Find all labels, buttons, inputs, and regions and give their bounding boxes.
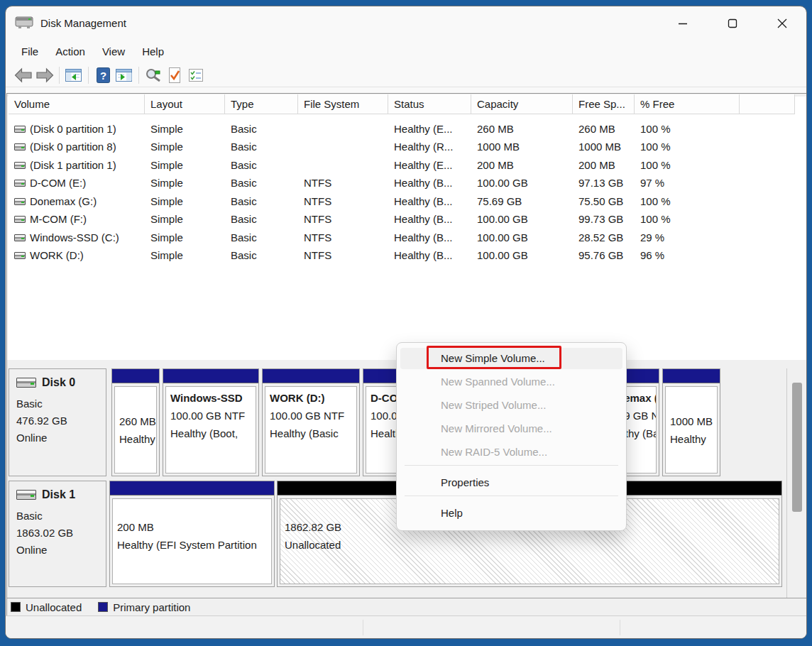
volume-icon (14, 180, 26, 187)
legend-swatch-unallocated (11, 602, 21, 612)
cell-layout: Simple (145, 174, 225, 192)
minimize-button[interactable] (666, 6, 699, 40)
partition-windows-ssd-c[interactable]: Windows-SSD 100.00 GB NTF Healthy (Boot, (163, 368, 259, 476)
cell-volume: Donemax (G:) (30, 192, 97, 210)
cell-capacity: 260 MB (471, 120, 573, 138)
partition-color-band (110, 481, 274, 496)
col-header-status[interactable]: Status (388, 94, 471, 114)
col-header-free-space[interactable]: Free Sp... (573, 94, 635, 114)
menu-item-new-spanned-volume: New Spanned Volume... (400, 371, 622, 393)
cell-layout: Simple (145, 246, 225, 264)
cell-volume: Windows-SSD (C:) (30, 229, 119, 246)
cell-pct-free: 100 % (635, 156, 740, 174)
vertical-scrollbar[interactable] (786, 368, 804, 601)
menu-view[interactable]: View (94, 43, 133, 61)
cell-type: Basic (225, 210, 298, 228)
legend-label-unallocated: Unallocated (26, 601, 82, 613)
partition-color-band (112, 369, 159, 383)
col-header-layout[interactable]: Layout (145, 94, 225, 114)
table-row[interactable]: M-COM (F:) Simple Basic NTFS Healthy (B.… (7, 210, 806, 228)
menu-item-new-striped-volume: New Striped Volume... (400, 395, 622, 416)
menu-help[interactable]: Help (133, 43, 172, 61)
col-header-file-system[interactable]: File System (298, 94, 388, 114)
volume-icon (14, 216, 26, 223)
partition-size: 1000 MB (670, 412, 713, 430)
partition-label: Windows-SSD (170, 389, 251, 407)
table-row[interactable]: D-COM (E:) Simple Basic NTFS Healthy (B.… (7, 174, 806, 192)
legend-label-primary-partition: Primary partition (113, 601, 190, 613)
cell-volume: (Disk 0 partition 8) (30, 138, 116, 155)
scrollbar-thumb[interactable] (792, 383, 802, 512)
cell-status: Healthy (B... (388, 174, 471, 192)
partition-status: Healthy (Boot, (170, 425, 251, 442)
disk-kind: Basic (16, 508, 106, 525)
menu-separator (405, 496, 618, 496)
cell-volume: WORK (D:) (30, 246, 84, 264)
cell-status: Healthy (E... (388, 156, 471, 174)
menu-item-help[interactable]: Help (400, 503, 622, 524)
device-scan-icon[interactable] (143, 65, 164, 85)
partition-work-d[interactable]: WORK (D:) 100.00 GB NTF Healthy (Basic (262, 368, 360, 476)
table-row[interactable]: WORK (D:) Simple Basic NTFS Healthy (B..… (7, 246, 806, 264)
context-menu: New Simple Volume... New Spanned Volume.… (396, 342, 627, 531)
cell-volume: (Disk 1 partition 1) (30, 156, 116, 174)
disk-state: Online (16, 429, 106, 447)
partition-status: Healthy ( (119, 430, 152, 448)
col-header-blank[interactable] (740, 94, 795, 114)
cell-pct-free: 100 % (635, 138, 740, 155)
col-header-pct-free[interactable]: % Free (635, 94, 740, 114)
cell-type: Basic (225, 246, 298, 264)
cell-pct-free: 100 % (635, 192, 740, 210)
disk-name: Disk 0 (42, 376, 75, 389)
cell-capacity: 100.00 GB (471, 246, 573, 264)
cell-volume: (Disk 0 partition 1) (30, 120, 116, 138)
col-header-type[interactable]: Type (225, 94, 298, 114)
back-icon[interactable] (13, 65, 34, 85)
forward-icon[interactable] (34, 65, 55, 85)
volume-icon (14, 162, 26, 169)
disk1-header[interactable]: Disk 1 Basic 1863.02 GB Online (9, 481, 106, 587)
cell-capacity: 100.00 GB (471, 174, 573, 192)
action-pane-icon[interactable] (114, 65, 135, 85)
cell-pct-free: 100 % (635, 210, 740, 228)
disk-name: Disk 1 (42, 488, 75, 501)
close-button[interactable] (766, 6, 799, 40)
partition-disk0-recovery-260mb[interactable]: 260 MB Healthy ( (111, 368, 160, 476)
col-header-capacity[interactable]: Capacity (471, 94, 573, 114)
status-bar (6, 615, 806, 639)
cell-volume: M-COM (F:) (30, 210, 87, 228)
menu-file[interactable]: File (13, 43, 47, 61)
maximize-button[interactable] (716, 6, 749, 40)
partition-disk0-recovery-1000mb[interactable]: 1000 MB Healthy (662, 368, 720, 476)
cell-layout: Simple (145, 210, 225, 228)
desktop-background: Disk Management File Action View Help (0, 0, 812, 646)
table-row[interactable]: Windows-SSD (C:) Simple Basic NTFS Healt… (7, 229, 806, 246)
toolbar: ? (6, 63, 806, 87)
help-icon[interactable]: ? (92, 65, 114, 85)
cell-file-system: NTFS (298, 229, 388, 246)
status-bar-divider (363, 620, 363, 635)
partition-disk1-efi-200mb[interactable]: 200 MB Healthy (EFI System Partition (109, 481, 275, 587)
cell-type: Basic (225, 120, 298, 138)
legend-bar: Unallocated Primary partition (7, 598, 806, 615)
menu-bar: File Action View Help (13, 40, 172, 63)
task-check-icon[interactable] (164, 65, 185, 85)
table-row[interactable]: (Disk 0 partition 1) Simple Basic Health… (7, 120, 806, 138)
window-title: Disk Management (40, 17, 126, 29)
cell-pct-free: 29 % (635, 229, 740, 246)
menu-action[interactable]: Action (47, 43, 94, 61)
toolbar-separator (88, 67, 89, 84)
col-header-volume[interactable]: Volume (9, 94, 145, 114)
console-tree-icon[interactable] (63, 65, 84, 85)
menu-item-properties[interactable]: Properties (400, 472, 622, 493)
cell-status: Healthy (B... (388, 229, 471, 246)
disk0-header[interactable]: Disk 0 Basic 476.92 GB Online (9, 368, 106, 476)
cell-file-system: NTFS (298, 192, 388, 210)
partition-status: Healthy (EFI System Partition (117, 536, 267, 554)
table-row[interactable]: (Disk 1 partition 1) Simple Basic Health… (7, 156, 806, 174)
table-row[interactable]: (Disk 0 partition 8) Simple Basic Health… (7, 138, 806, 155)
checklist-icon[interactable] (185, 65, 207, 85)
cell-status: Healthy (B... (388, 192, 471, 210)
table-row[interactable]: Donemax (G:) Simple Basic NTFS Healthy (… (7, 192, 806, 210)
cell-status: Healthy (B... (388, 210, 471, 228)
